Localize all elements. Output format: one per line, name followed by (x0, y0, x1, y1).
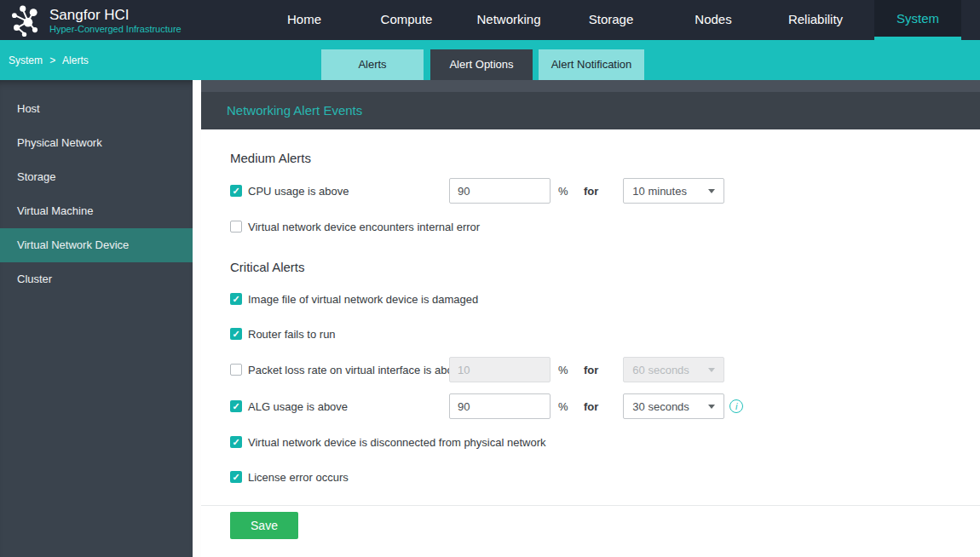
main-layout: HostPhysical NetworkStorageVirtual Machi… (0, 80, 980, 557)
checkbox-virtual-network-device-encounters-internal-error[interactable] (230, 221, 242, 233)
check-icon: ✓ (232, 330, 239, 339)
for-label: for (584, 364, 598, 376)
panel-title: Networking Alert Events (227, 103, 362, 118)
panel-header: Networking Alert Events (201, 92, 980, 129)
check-icon: ✓ (232, 473, 239, 482)
alert-row-cpu-usage-is-above: ✓CPU usage is above%for10 minutes (230, 178, 980, 204)
threshold-controls: %for60 seconds (449, 357, 724, 382)
checkbox-image-file-of-virtual-network-device-is-damaged[interactable]: ✓ (230, 293, 242, 305)
percent-label: % (558, 364, 571, 376)
chevron-down-icon (708, 405, 715, 409)
nav-item-reliability[interactable]: Reliability (772, 0, 859, 40)
tab-strip: AlertsAlert OptionsAlert Notification (321, 49, 644, 80)
nav-item-home[interactable]: Home (261, 0, 348, 40)
sidebar-item-storage[interactable]: Storage (0, 160, 193, 194)
threshold-controls: %for30 secondsi (449, 393, 743, 419)
sidebar-item-virtual-machine[interactable]: Virtual Machine (0, 194, 193, 228)
sidebar-item-host[interactable]: Host (0, 92, 193, 126)
nav-item-compute[interactable]: Compute (363, 0, 450, 40)
alert-label: License error occurs (248, 471, 349, 484)
threshold-controls: %for10 minutes (449, 178, 724, 204)
chevron-down-icon (708, 368, 715, 372)
percent-label: % (558, 185, 571, 198)
checkbox-virtual-network-device-is-disconnected-from-physical-network[interactable]: ✓ (230, 436, 242, 448)
checkbox-packet-loss-rate-on-virtual-interface-is-above[interactable] (230, 364, 242, 376)
alert-row-router-fails-to-run: ✓Router fails to run (230, 322, 980, 346)
sidebar-item-physical-network[interactable]: Physical Network (0, 126, 193, 160)
duration-select-alg-usage-is-above[interactable]: 30 seconds (623, 393, 724, 419)
section-title-critical-alerts: Critical Alerts (230, 260, 980, 276)
alert-label: Router fails to run (248, 328, 336, 341)
tab-alert-notification[interactable]: Alert Notification (539, 49, 644, 80)
duration-select-packet-loss-rate-on-virtual-interface-is-above[interactable]: 60 seconds (623, 357, 724, 382)
threshold-input-cpu-usage-is-above[interactable] (449, 178, 551, 204)
for-label: for (584, 185, 598, 198)
alert-label: Image file of virtual network device is … (248, 293, 478, 306)
nav-item-system[interactable]: System (874, 0, 961, 40)
info-icon[interactable]: i (729, 399, 743, 413)
breadcrumb: System > Alerts (9, 55, 89, 66)
check-icon: ✓ (232, 187, 239, 196)
alert-label: ALG usage is above (248, 400, 348, 413)
app-title: Sangfor HCI (49, 7, 182, 24)
sidebar: HostPhysical NetworkStorageVirtual Machi… (0, 80, 193, 557)
sidebar-item-virtual-network-device[interactable]: Virtual Network Device (0, 228, 193, 262)
save-button[interactable]: Save (230, 512, 298, 539)
alert-label: Virtual network device is disconnected f… (248, 436, 545, 449)
alert-row-packet-loss-rate-on-virtual-interface-is-above: Packet loss rate on virtual interface is… (230, 357, 980, 382)
alert-options-content: Medium Alerts✓CPU usage is above%for10 m… (201, 129, 980, 557)
checkbox-license-error-occurs[interactable]: ✓ (230, 471, 242, 483)
nav-item-networking[interactable]: Networking (465, 0, 552, 40)
alert-sections: Medium Alerts✓CPU usage is above%for10 m… (230, 151, 980, 489)
alert-row-license-error-occurs: ✓License error occurs (230, 465, 980, 489)
breadcrumb-separator: > (49, 55, 55, 66)
nav-item-storage[interactable]: Storage (568, 0, 654, 40)
section-title-medium-alerts: Medium Alerts (230, 151, 980, 167)
check-icon: ✓ (232, 295, 239, 304)
duration-value: 10 minutes (632, 185, 687, 198)
alert-label: Packet loss rate on virtual interface is… (248, 364, 464, 376)
checkbox-router-fails-to-run[interactable]: ✓ (230, 328, 242, 340)
footer-divider (201, 505, 980, 506)
panel-gap (193, 80, 201, 557)
breadcrumb-tab-bar: System > Alerts AlertsAlert OptionsAlert… (0, 40, 980, 80)
main-nav: HomeComputeNetworkingStorageNodesReliabi… (261, 0, 961, 40)
brand-text: Sangfor HCI Hyper-Converged Infrastructu… (49, 7, 182, 34)
check-icon: ✓ (232, 438, 239, 447)
tab-alert-options[interactable]: Alert Options (430, 49, 533, 80)
breadcrumb-item-system[interactable]: System (9, 55, 43, 66)
tab-alerts[interactable]: Alerts (321, 49, 424, 80)
alert-row-virtual-network-device-is-disconnected-from-physical-network: ✓Virtual network device is disconnected … (230, 430, 980, 454)
alert-row-virtual-network-device-encounters-internal-error: Virtual network device encounters intern… (230, 215, 980, 238)
chevron-down-icon (708, 189, 715, 193)
sidebar-item-cluster[interactable]: Cluster (0, 262, 193, 296)
duration-select-cpu-usage-is-above[interactable]: 10 minutes (623, 178, 724, 204)
app-subtitle: Hyper-Converged Infrastructure (49, 24, 182, 34)
checkbox-alg-usage-is-above[interactable]: ✓ (230, 400, 242, 412)
alert-row-alg-usage-is-above: ✓ALG usage is above%for30 secondsi (230, 393, 980, 419)
check-icon: ✓ (232, 402, 239, 411)
alert-row-image-file-of-virtual-network-device-is-damaged: ✓Image file of virtual network device is… (230, 287, 980, 311)
for-label: for (584, 400, 598, 413)
threshold-input-alg-usage-is-above[interactable] (449, 393, 551, 419)
percent-label: % (558, 400, 571, 413)
brand: Sangfor HCI Hyper-Converged Infrastructu… (0, 3, 182, 37)
top-navbar: Sangfor HCI Hyper-Converged Infrastructu… (0, 0, 980, 40)
breadcrumb-item-alerts: Alerts (62, 55, 89, 66)
nav-item-nodes[interactable]: Nodes (670, 0, 757, 40)
threshold-input-packet-loss-rate-on-virtual-interface-is-above[interactable] (449, 357, 551, 382)
panel-top-strip (201, 80, 980, 92)
duration-value: 30 seconds (632, 400, 689, 413)
alert-label: CPU usage is above (248, 185, 349, 198)
alert-label: Virtual network device encounters intern… (248, 221, 480, 233)
sangfor-logo-icon (7, 3, 42, 37)
main-panel: Networking Alert Events Medium Alerts✓CP… (201, 80, 980, 557)
duration-value: 60 seconds (632, 364, 689, 376)
checkbox-cpu-usage-is-above[interactable]: ✓ (230, 185, 242, 197)
